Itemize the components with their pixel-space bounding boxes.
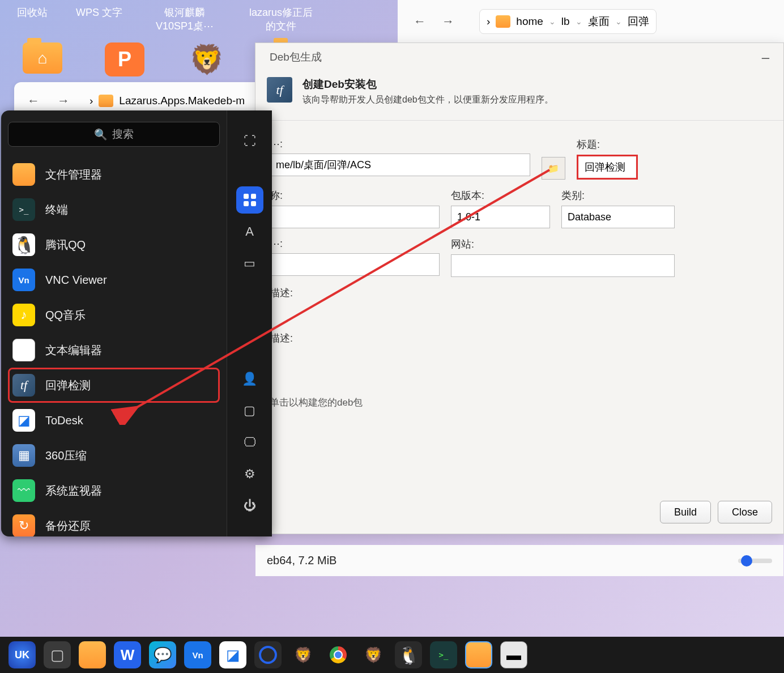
app-sysmonitor[interactable]: 〰系统监视器 [8,473,220,508]
version-input[interactable] [451,206,550,228]
taskbar-chrome[interactable] [254,641,282,668]
app-todesk[interactable]: ◪ToDesk [8,403,220,438]
header-title: 创建Deb安装包 [302,77,553,92]
power-icon[interactable]: ⏻ [236,492,263,519]
nav-back[interactable]: ← [23,93,44,108]
breadcrumb-bar[interactable]: › home ⌄ lb ⌄ 桌面 ⌄ 回弹 [479,9,657,34]
desc2-label: 描述: [270,331,769,345]
slider-thumb[interactable] [741,555,752,566]
display-icon[interactable]: 🖵 [236,429,263,456]
path-label: Lazarus.Apps.Makedeb-m [119,95,245,107]
taskbar-vnc[interactable]: Vn [184,641,211,668]
start-menu: 🔍 搜索 文件管理器 >_终端 🐧腾讯QQ VnVNC Viewer ♪QQ音乐… [1,110,272,536]
taskbar-lazarus2[interactable]: 🦁 [360,641,387,668]
chevron-right-icon: › [90,95,93,107]
taskbar-wps[interactable]: W [114,641,141,668]
app-360zip[interactable]: ▦360压缩 [8,438,220,473]
taskbar-file-manager[interactable] [79,641,106,668]
taskbar-active-folder[interactable] [465,641,492,668]
folder-plus-icon: 📁 [548,163,559,174]
wps-presentation-icon[interactable]: P [105,42,144,76]
app-terminal[interactable]: >_终端 [8,192,220,227]
close-button[interactable]: Close [718,501,772,523]
folder-icon [99,95,113,107]
build-button[interactable]: Build [660,501,711,523]
deb-generator-window: Deb包生成 – tf 创建Deb安装包 该向导帮助开发人员创建deb包文件，以… [255,42,784,534]
bc-home[interactable]: home [516,15,543,28]
title-input[interactable] [579,157,636,177]
settings-icon[interactable]: ⚙ [236,461,263,488]
user-icon[interactable]: 👤 [236,365,263,393]
app-huitan[interactable]: tf回弹检测 [8,368,220,403]
zip-icon: ▦ [12,444,35,467]
home-folder-icon[interactable]: ⌂ [23,42,62,74]
zoom-slider[interactable] [738,559,772,563]
nav-back[interactable]: ← [409,14,431,29]
taskbar-chromium[interactable] [325,641,352,668]
name-input[interactable] [270,206,440,228]
app-vnc[interactable]: VnVNC Viewer [8,262,220,297]
fullscreen-icon[interactable]: ⛶ [236,127,263,155]
website-input[interactable] [451,254,675,277]
nav-forward[interactable]: → [437,14,459,29]
author-label: ⋯: [270,237,440,250]
app-file-manager[interactable]: 文件管理器 [8,157,220,192]
text-icon: ≡ [12,339,35,361]
taskbar-lazarus[interactable]: 🦁 [289,641,317,668]
folder-nav-icon[interactable]: ▢ [236,397,263,424]
window-titlebar[interactable]: Deb包生成 – [255,43,783,71]
taskbar-terminal[interactable]: >_ [430,641,457,668]
status-bar: eb64, 7.2 MiB [255,545,783,576]
chevron-down-icon[interactable]: ⌄ [615,17,622,26]
path-input[interactable] [270,154,530,176]
category-input[interactable] [561,206,675,228]
desktop-icon-recycle[interactable]: 回收站 [17,6,48,33]
app-label: 终端 [45,202,68,218]
font-icon[interactable]: A [236,218,263,245]
task-view-icon[interactable]: ▢ [44,641,71,668]
app-label: 文本编辑器 [45,343,102,358]
desktop-icon-lazarus[interactable]: lazarus修正后的文件 [247,6,315,33]
nav-forward[interactable]: → [53,93,74,108]
bc-huitan[interactable]: 回弹 [628,14,649,29]
folder-icon [496,15,510,28]
taskbar: UK ▢ W 💬 Vn ◪ 🦁 🦁 🐧 >_ ▬ [0,637,784,673]
chevron-right-icon: › [487,15,490,28]
app-label: 回弹检测 [45,378,91,393]
folder-icon [12,163,35,186]
app-texteditor[interactable]: ≡文本编辑器 [8,333,220,368]
desktop-icon-wps[interactable]: WPS 文字 [76,6,122,33]
desc1-label: 描述: [270,286,769,300]
desktop-icon-kylin[interactable]: 银河麒麟V10SP1桌⋯ [151,6,219,33]
search-placeholder: 搜索 [112,127,134,142]
category-label: 类别: [561,189,675,202]
bc-lb[interactable]: lb [561,15,570,28]
start-button[interactable]: UK [8,641,36,668]
bc-desktop[interactable]: 桌面 [588,14,610,29]
minimize-button[interactable]: – [762,49,769,65]
app-label: 文件管理器 [45,167,102,182]
app-icon: tf [267,77,292,103]
app-label: 备份还原 [45,518,91,534]
header-subtitle: 该向导帮助开发人员创建deb包文件，以便重新分发应用程序。 [302,94,553,106]
taskbar-qq[interactable]: 🐧 [395,641,422,668]
app-backup[interactable]: ↻备份还原 [8,508,220,536]
author-input[interactable] [270,253,440,276]
website-label: 网站: [451,237,675,251]
card-icon[interactable]: ▭ [236,250,263,277]
chevron-down-icon[interactable]: ⌄ [576,17,582,26]
taskbar-todesk[interactable]: ◪ [219,641,246,668]
search-input[interactable]: 🔍 搜索 [8,122,220,147]
build-hint: 单击以构建您的deb包 [270,396,769,409]
taskbar-window[interactable]: ▬ [500,641,527,668]
qqmusic-icon: ♪ [12,304,35,326]
status-text: eb64, 7.2 MiB [267,554,336,567]
chevron-down-icon[interactable]: ⌄ [549,17,556,26]
browse-button[interactable]: 📁 [542,157,565,180]
terminal-icon: >_ [12,198,35,221]
grid-view-icon[interactable] [236,186,263,214]
taskbar-chat[interactable]: 💬 [149,641,176,668]
lazarus-lion-icon[interactable]: 🦁 [187,42,227,76]
app-qq[interactable]: 🐧腾讯QQ [8,227,220,262]
app-qqmusic[interactable]: ♪QQ音乐 [8,297,220,333]
